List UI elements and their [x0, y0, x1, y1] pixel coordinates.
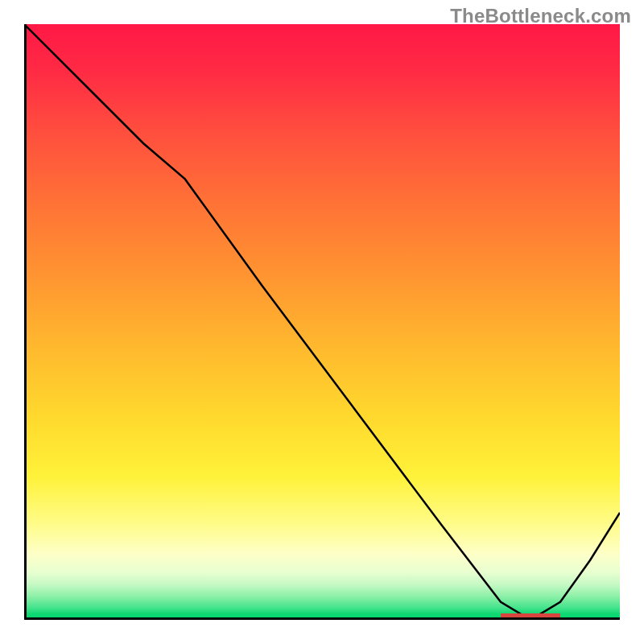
optimal-range-marker [501, 613, 560, 618]
chart-container: TheBottleneck.com [0, 0, 644, 644]
plot-area [24, 24, 620, 620]
background-gradient [24, 24, 620, 620]
